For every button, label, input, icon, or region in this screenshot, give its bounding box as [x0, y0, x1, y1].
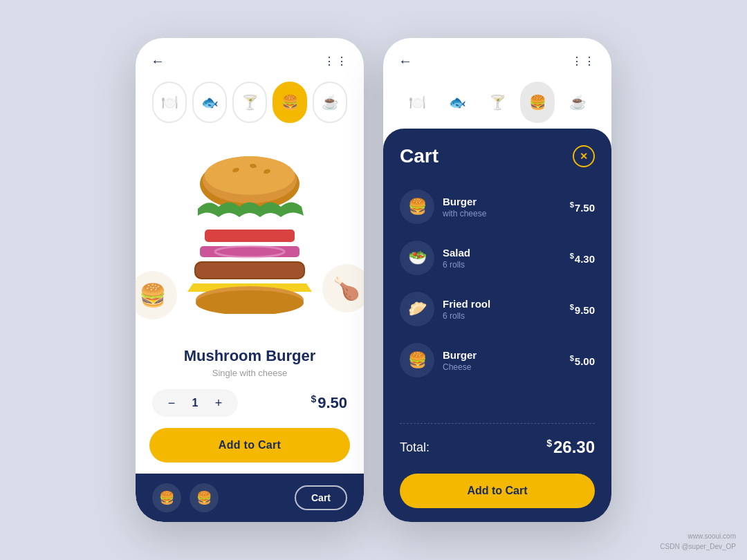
cart-item-img-4: 🍔 [400, 343, 434, 377]
price-val-3: 9.50 [575, 304, 595, 316]
tab-burger[interactable]: 🍔 [273, 82, 307, 123]
svg-rect-6 [205, 230, 295, 242]
right-tab-burger[interactable]: 🍔 [520, 82, 555, 123]
right-top-bar: ← ⋮⋮ [383, 38, 611, 76]
right-menu-dots-button[interactable]: ⋮⋮ [571, 55, 596, 68]
price-val-1: 7.50 [575, 202, 595, 214]
right-tab-meals[interactable]: 🍽️ [400, 82, 434, 123]
right-back-button[interactable]: ← [398, 53, 412, 69]
right-tab-coffee[interactable]: ☕ [560, 82, 595, 123]
cart-item-name-1: Burger [443, 196, 562, 207]
qty-minus-button[interactable]: − [163, 395, 180, 411]
tab-drinks[interactable]: 🍸 [232, 82, 267, 123]
cart-item-info-1: Burger with cheese [443, 196, 562, 218]
total-row: Total: $26.30 [400, 429, 595, 465]
svg-point-2 [205, 156, 295, 195]
cart-divider [400, 423, 595, 424]
svg-rect-10 [196, 263, 304, 278]
back-button[interactable]: ← [151, 53, 165, 69]
total-value: 26.30 [553, 438, 595, 456]
menu-dots-button[interactable]: ⋮⋮ [324, 55, 349, 68]
bottom-nav: 🍔 🍔 Cart [136, 474, 364, 522]
cart-item-sub-3: 6 rolls [443, 311, 562, 321]
right-category-tabs: 🍽️ 🐟 🍸 🍔 ☕ [383, 76, 611, 123]
cart-item-price-2: $4.30 [570, 252, 595, 265]
cart-item-sub-4: Cheese [443, 362, 562, 372]
cart-item-img-3: 🥟 [400, 292, 434, 326]
cart-title: Cart [400, 145, 439, 167]
dollar-sm-3: $ [570, 303, 574, 311]
cart-item-price-3: $9.50 [570, 303, 595, 316]
dollar-sm-4: $ [570, 354, 574, 362]
price-val-4: 5.00 [575, 355, 595, 367]
food-image-area: 🍔 [136, 129, 364, 340]
cart-item-info-4: Burger Cheese [443, 349, 562, 372]
add-to-cart-button[interactable]: Add to Cart [149, 428, 350, 463]
total-currency: $ [546, 438, 552, 449]
nav-burger-item-2[interactable]: 🍔 [190, 483, 219, 512]
cart-header: Cart ✕ [400, 145, 595, 167]
qty-value: 1 [190, 397, 201, 409]
cart-item-img-2: 🥗 [400, 241, 434, 275]
product-info: Mushroom Burger Single with cheese [136, 340, 364, 378]
cart-item-info-3: Fried rool 6 rolls [443, 298, 562, 321]
cart-item-name-4: Burger [443, 349, 562, 361]
qty-plus-button[interactable]: + [210, 395, 227, 411]
main-burger-image [181, 155, 319, 314]
watermark: www.sooui.comCSDN @super_Dev_OP [660, 531, 736, 552]
dollar-sm-1: $ [570, 200, 574, 209]
cart-item-name-2: Salad [443, 247, 562, 259]
nav-burger-item-1[interactable]: 🍔 [152, 483, 181, 512]
currency-symbol: $ [311, 393, 316, 404]
cart-item-price-4: $5.00 [570, 354, 595, 367]
dollar-sm-2: $ [570, 252, 574, 260]
quantity-control: − 1 + [152, 389, 238, 417]
qty-price-row: − 1 + $9.50 [136, 378, 364, 422]
price-val-2: 4.30 [575, 253, 595, 265]
right-tab-drinks[interactable]: 🍸 [480, 82, 515, 123]
left-phone: ← ⋮⋮ 🍽️ 🐟 🍸 🍔 ☕ 🍔 [136, 38, 364, 522]
nav-food-items: 🍔 🍔 [152, 483, 219, 512]
total-amount: $26.30 [546, 438, 595, 457]
product-description: Single with cheese [152, 368, 347, 378]
left-top-bar: ← ⋮⋮ [136, 38, 364, 76]
right-phone: ← ⋮⋮ 🍽️ 🐟 🍸 🍔 ☕ Cart ✕ [383, 38, 611, 522]
cart-item-sub-1: with cheese [443, 209, 562, 218]
cart-item-burger-cheese: 🍔 Burger with cheese $7.50 [400, 181, 595, 232]
cart-item-name-3: Fried rool [443, 298, 562, 310]
product-name: Mushroom Burger [152, 347, 347, 365]
cart-item-price-1: $7.50 [570, 200, 595, 214]
close-cart-button[interactable]: ✕ [573, 145, 595, 167]
tab-meals[interactable]: 🍽️ [152, 82, 187, 123]
cart-item-info-2: Salad 6 rolls [443, 247, 562, 270]
price-display: $9.50 [311, 393, 347, 412]
price-value: 9.50 [317, 395, 347, 412]
tab-coffee[interactable]: ☕ [313, 82, 347, 123]
cart-panel: Cart ✕ 🍔 Burger with cheese $7. [383, 129, 611, 522]
side-item-right: 🍗 [322, 264, 364, 312]
tab-fish[interactable]: 🐟 [192, 82, 227, 123]
side-item-left: 🍔 [136, 271, 177, 319]
cart-item-sub-2: 6 rolls [443, 260, 562, 270]
category-tabs: 🍽️ 🐟 🍸 🍔 ☕ [136, 76, 364, 129]
cart-item-img-1: 🍔 [400, 189, 434, 224]
cart-item-burger-plain: 🍔 Burger Cheese $5.00 [400, 335, 595, 386]
right-tab-fish[interactable]: 🐟 [440, 82, 474, 123]
cart-nav-button[interactable]: Cart [295, 485, 347, 510]
cart-item-fried-rool: 🥟 Fried rool 6 rolls $9.50 [400, 283, 595, 335]
cart-item-salad: 🥗 Salad 6 rolls $4.30 [400, 232, 595, 283]
total-label: Total: [400, 440, 430, 455]
right-add-to-cart-button[interactable]: Add to Cart [400, 474, 595, 508]
cart-items-list: 🍔 Burger with cheese $7.50 🥗 [400, 181, 595, 418]
